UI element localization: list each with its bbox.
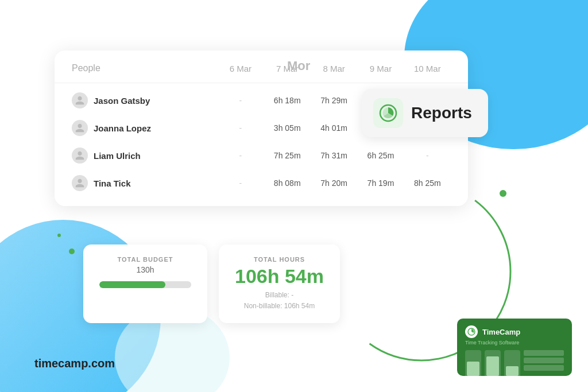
row-person-4: Tina Tick — [72, 175, 217, 191]
mini-block-3 — [524, 365, 564, 371]
timecamp-logo-icon — [465, 325, 478, 338]
total-hours-title: TOTAL HOURS — [235, 256, 324, 263]
date-col-1: 6 Mar — [217, 64, 264, 73]
row-person-3: Liam Ulrich — [72, 148, 217, 164]
cell-3-d10: - — [404, 151, 451, 160]
total-hours-value: 106h 54m — [235, 265, 324, 288]
avatar-4 — [72, 175, 88, 191]
avatar-3 — [72, 148, 88, 164]
cell-2-d7: 3h 05m — [264, 123, 311, 133]
row-person-2: Joanna Lopez — [72, 120, 217, 136]
mor-tab: Mor — [287, 59, 310, 73]
cell-4-d8: 7h 20m — [311, 178, 357, 188]
table-row: Liam Ulrich - 7h 25m 7h 31m 6h 25m - — [55, 142, 468, 169]
non-billable-label: Non-billable: 106h 54m — [235, 301, 324, 312]
mini-block-1 — [524, 350, 564, 356]
cell-4-d9: 7h 19m — [357, 178, 404, 188]
cell-1-d8: 7h 29m — [311, 96, 357, 105]
date-col-3: 8 Mar — [311, 64, 357, 73]
cell-4-d10: 8h 25m — [404, 178, 451, 188]
person-name-1: Jason Gatsby — [94, 96, 150, 106]
reports-icon — [373, 98, 403, 128]
cell-3-d6: - — [217, 151, 264, 160]
timecamp-content — [465, 350, 564, 376]
chart-fill-3 — [506, 366, 519, 376]
avatar-2 — [72, 120, 88, 136]
cell-4-d7: 8h 08m — [264, 178, 311, 188]
timecamp-badge: TimeCamp Time Tracking Software — [457, 319, 572, 376]
cell-3-d7: 7h 25m — [264, 151, 311, 160]
cell-2-d6: - — [217, 123, 264, 133]
total-budget-card: TOTAL BUDGET 130h — [83, 244, 207, 323]
total-budget-value: 130h — [99, 265, 191, 274]
cell-4-d6: - — [217, 178, 264, 188]
reports-label: Reports — [411, 104, 472, 122]
chart-fill-1 — [467, 362, 479, 376]
cell-3-d8: 7h 31m — [311, 151, 357, 160]
bottom-cards: TOTAL BUDGET 130h TOTAL HOURS 106h 54m B… — [83, 244, 340, 323]
chart-bar-2 — [485, 350, 501, 376]
table-row: Tina Tick - 8h 08m 7h 20m 7h 19m 8h 25m — [55, 169, 468, 197]
cell-1-d6: - — [217, 96, 264, 105]
content-wrapper: People 6 Mar 7 Mar 8 Mar 9 Mar 10 Mar Ja… — [0, 0, 588, 392]
table-header: People 6 Mar 7 Mar 8 Mar 9 Mar 10 Mar — [55, 51, 468, 83]
timecamp-subtitle: Time Tracking Software — [465, 340, 519, 346]
progress-bar-fill — [99, 281, 165, 288]
avatar-1 — [72, 92, 88, 108]
cell-1-d7: 6h 18m — [264, 96, 311, 105]
cell-2-d8: 4h 01m — [311, 123, 357, 133]
total-hours-card: TOTAL HOURS 106h 54m Billable: - Non-bil… — [219, 244, 340, 323]
reports-badge: Reports — [362, 89, 488, 137]
person-name-2: Joanna Lopez — [94, 123, 151, 133]
chart-fill-2 — [486, 356, 499, 376]
mini-blocks — [524, 350, 564, 376]
billable-label: Billable: - — [235, 290, 324, 301]
cell-3-d9: 6h 25m — [357, 151, 404, 160]
person-name-3: Liam Ulrich — [94, 151, 141, 161]
people-column-header: People — [72, 63, 217, 73]
row-person-1: Jason Gatsby — [72, 92, 217, 108]
site-label: timecamp.com — [34, 357, 115, 370]
chart-bar-3 — [504, 350, 520, 376]
date-col-4: 9 Mar — [357, 64, 404, 73]
chart-bar-1 — [465, 350, 481, 376]
mini-block-2 — [524, 358, 564, 363]
total-budget-title: TOTAL BUDGET — [99, 256, 191, 263]
person-name-4: Tina Tick — [94, 178, 130, 188]
date-col-5: 10 Mar — [404, 64, 451, 73]
progress-bar-bg — [99, 281, 191, 288]
timecamp-badge-header: TimeCamp — [465, 325, 520, 338]
timecamp-title: TimeCamp — [482, 328, 520, 336]
